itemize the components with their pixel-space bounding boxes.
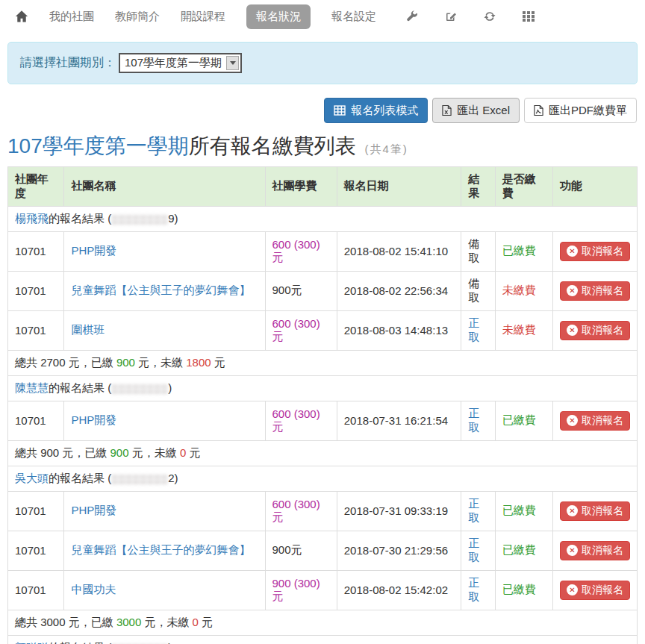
nav-item-registration-settings[interactable]: 報名設定: [331, 10, 376, 24]
group-suffix: 的報名結果: [49, 472, 105, 484]
column-header-year: 社團年度: [8, 166, 64, 206]
title-count: (共4筆): [365, 143, 408, 155]
date-cell: 2018-07-30 21:29:56: [337, 531, 461, 570]
club-link[interactable]: PHP開發: [71, 413, 116, 426]
wrench-icon[interactable]: [406, 10, 418, 22]
cancel-circle-icon: ✕: [567, 505, 578, 516]
term-select[interactable]: 107學年度第一學期: [119, 53, 242, 73]
cancel-circle-icon: ✕: [567, 325, 578, 336]
club-link[interactable]: 兒童舞蹈【公主與王子的夢幻舞會】: [71, 284, 250, 296]
column-header-date: 報名日期: [337, 166, 461, 206]
result-cell: 備取: [461, 271, 496, 310]
action-cell: ✕取消報名: [552, 231, 637, 271]
action-cell: ✕取消報名: [552, 491, 637, 531]
year-cell: 10701: [8, 271, 64, 310]
fee-cell: 900元: [265, 271, 337, 310]
table-row: 10701兒童舞蹈【公主與王子的夢幻舞會】900元2018-08-02 22:5…: [8, 271, 638, 310]
paid-status-cell: 已繳費: [495, 491, 552, 531]
result-cell: 備取: [461, 231, 496, 271]
club-cell: 兒童舞蹈【公主與王子的夢幻舞會】: [64, 531, 265, 570]
result-cell: 正取: [461, 531, 496, 570]
result-cell: 正取: [461, 491, 496, 531]
student-name-link[interactable]: 楊飛飛: [15, 212, 49, 225]
table-row: 10701兒童舞蹈【公主與王子的夢幻舞會】900元2018-07-30 21:2…: [8, 531, 638, 570]
nav-item-registration-status[interactable]: 報名狀況: [246, 4, 311, 29]
fee-cell: 900元: [265, 531, 337, 570]
student-name-link[interactable]: 顏咩咩: [15, 641, 49, 644]
cancel-registration-button[interactable]: ✕取消報名: [560, 541, 630, 560]
cancel-registration-button[interactable]: ✕取消報名: [560, 501, 630, 521]
action-cell: ✕取消報名: [552, 310, 637, 350]
club-cell: PHP開發: [64, 401, 265, 440]
column-header-paid: 是否繳費: [495, 166, 552, 206]
home-icon[interactable]: [15, 10, 28, 23]
date-cell: 2018-08-02 15:41:10: [337, 231, 461, 271]
table-row: 10701中國功夫900 (300) 元2018-08-02 15:42:02正…: [8, 570, 638, 610]
date-cell: 2018-07-31 16:21:54: [337, 401, 461, 440]
cancel-circle-icon: ✕: [567, 545, 578, 556]
nav-item-teacher-intro[interactable]: 教師簡介: [115, 10, 160, 24]
paid-status-cell: 已繳費: [495, 570, 552, 610]
club-link[interactable]: 中國功夫: [71, 583, 116, 595]
club-cell: 中國功夫: [64, 570, 265, 610]
result-cell: 正取: [461, 570, 496, 610]
export-pdf-button[interactable]: 匯出PDF繳費單: [524, 98, 637, 123]
table-row: 10701圍棋班600 (300) 元2018-08-03 14:48:13正取…: [8, 310, 638, 350]
action-cell: ✕取消報名: [552, 570, 637, 610]
student-name-link[interactable]: 陳慧慧: [15, 381, 49, 394]
group-suffix: 的報名結果: [49, 212, 105, 225]
export-excel-button[interactable]: 匯出 Excel: [432, 98, 520, 123]
cancel-registration-button[interactable]: ✕取消報名: [560, 281, 630, 301]
cancel-registration-button[interactable]: ✕取消報名: [560, 581, 630, 600]
student-id-masked: ▒▒▒▒▒▒▒▒: [111, 214, 168, 225]
club-cell: 兒童舞蹈【公主與王子的夢幻舞會】: [64, 271, 265, 310]
column-header-actions: 功能: [552, 166, 637, 206]
paid-status-cell: 已繳費: [495, 531, 552, 570]
club-cell: 圍棋班: [64, 310, 265, 350]
club-link[interactable]: PHP開發: [71, 244, 116, 257]
club-link[interactable]: PHP開發: [71, 504, 116, 516]
navbar: 我的社團 教師簡介 開設課程 報名狀況 報名設定: [0, 0, 645, 33]
table-row: 10701PHP開發600 (300) 元2018-07-31 16:21:54…: [8, 401, 638, 440]
cancel-circle-icon: ✕: [567, 246, 578, 257]
club-link[interactable]: 兒童舞蹈【公主與王子的夢幻舞會】: [71, 543, 250, 556]
cancel-registration-button[interactable]: ✕取消報名: [560, 411, 630, 431]
club-link[interactable]: 圍棋班: [71, 323, 105, 336]
column-header-result: 結果: [461, 166, 496, 206]
table-row: 10701PHP開發600 (300) 元2018-08-02 15:41:10…: [8, 231, 638, 271]
fee-cell: 600 (300) 元: [265, 310, 337, 350]
paid-status-cell: 已繳費: [495, 401, 552, 440]
edit-icon[interactable]: [445, 10, 457, 22]
nav-item-my-clubs[interactable]: 我的社團: [49, 10, 94, 24]
paid-status-cell: 未繳費: [495, 310, 552, 350]
date-cell: 2018-08-02 22:56:34: [337, 271, 461, 310]
term-select-value: 107學年度第一學期: [125, 56, 222, 70]
pdf-file-icon: [534, 104, 543, 116]
column-header-club: 社團名稱: [64, 166, 265, 206]
table-header-row: 社團年度 社團名稱 社團學費 報名日期 結果 是否繳費 功能: [8, 166, 638, 206]
fee-cell: 900 (300) 元: [265, 570, 337, 610]
cancel-registration-button[interactable]: ✕取消報名: [560, 242, 630, 261]
cancel-circle-icon: ✕: [567, 415, 578, 426]
filter-panel: 請選擇社團期別： 107學年度第一學期: [7, 42, 638, 84]
group-suffix: 的報名結果: [49, 641, 105, 644]
student-name-link[interactable]: 吳大頭: [15, 472, 49, 484]
date-cell: 2018-07-31 09:33:19: [337, 491, 461, 531]
refresh-icon[interactable]: [484, 10, 496, 22]
paid-status-cell: 已繳費: [495, 231, 552, 271]
year-cell: 10701: [8, 310, 64, 350]
action-cell: ✕取消報名: [552, 531, 637, 570]
club-cell: PHP開發: [64, 231, 265, 271]
group-header-row: 陳慧慧的報名結果 (▒▒▒▒▒▒▒▒): [8, 375, 638, 401]
apps-grid-icon[interactable]: [523, 11, 535, 22]
table-row: 10701PHP開發600 (300) 元2018-07-31 09:33:19…: [8, 491, 638, 531]
nav-item-open-courses[interactable]: 開設課程: [181, 10, 225, 24]
group-header-row: 顏咩咩的報名結果 (▒▒▒▒▒▒▒▒): [8, 635, 638, 644]
title-term: 107學年度第一學期: [7, 134, 189, 157]
result-cell: 正取: [461, 401, 496, 440]
list-mode-button[interactable]: 報名列表模式: [324, 98, 428, 123]
cancel-registration-button[interactable]: ✕取消報名: [560, 321, 630, 340]
page-title: 107學年度第一學期所有報名繳費列表 (共4筆): [7, 134, 638, 159]
group-header-row: 楊飛飛的報名結果 (▒▒▒▒▒▒▒▒9): [8, 206, 638, 231]
year-cell: 10701: [8, 401, 64, 440]
